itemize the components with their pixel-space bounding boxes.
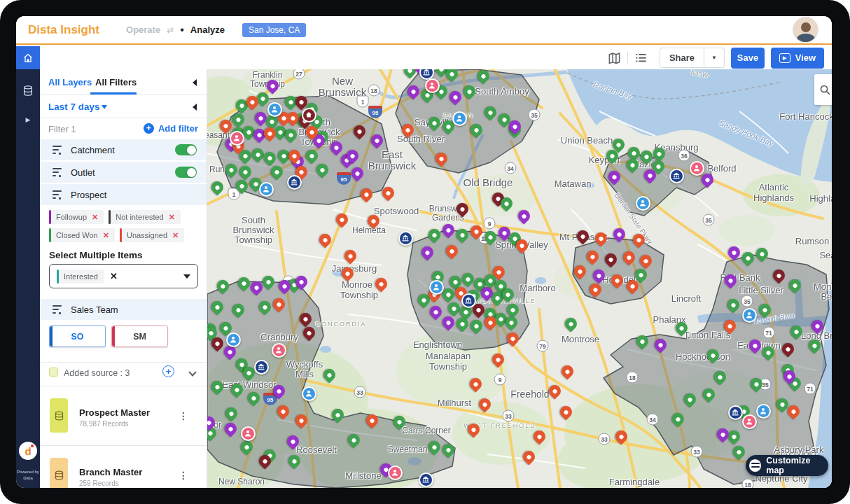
map-marker-pink[interactable] xyxy=(230,131,244,146)
left-rail: ▶ d Powered by Dista xyxy=(16,46,40,488)
map-marker-pink[interactable] xyxy=(742,414,757,429)
add-filter-button[interactable]: +Add filter xyxy=(144,123,198,134)
layer-label: Sales Team xyxy=(71,304,118,315)
select-caret-icon[interactable] xyxy=(183,274,190,279)
route-shield: 36 xyxy=(678,150,690,162)
chip-label: Unassigned xyxy=(127,231,167,239)
source-menu-icon[interactable]: ⋮ xyxy=(179,470,188,481)
route-shield: 33 xyxy=(599,433,611,445)
view-button[interactable]: ▶ View xyxy=(771,48,824,69)
map-label: Carrs Corner xyxy=(402,426,450,435)
selected-chip-label: Interested xyxy=(64,272,98,281)
map-marker-pink[interactable] xyxy=(425,78,440,93)
collapse-icon-2[interactable] xyxy=(193,104,197,111)
date-caret-icon[interactable] xyxy=(102,105,107,109)
route-shield: 33 xyxy=(354,386,366,398)
source-item[interactable]: Prospect Master78,987 Records⋮ xyxy=(40,392,207,446)
divider xyxy=(40,362,207,363)
map-marker-person[interactable] xyxy=(429,280,444,295)
filter-list-icon xyxy=(53,305,63,314)
nav-operate[interactable]: Operate xyxy=(126,24,160,35)
rail-database-icon[interactable] xyxy=(16,85,40,97)
map-marker-pink[interactable] xyxy=(241,426,256,441)
map-label: Montrose xyxy=(562,334,599,344)
route-shield: 1 xyxy=(357,96,369,108)
location-badge[interactable]: San Jose, CA xyxy=(242,23,306,37)
map-marker-bank[interactable] xyxy=(461,293,476,308)
list-view-icon[interactable] xyxy=(634,51,648,64)
map-marker-bank[interactable] xyxy=(728,405,743,420)
map-label: Atlantic xyxy=(759,182,789,192)
map-label: Millhurst xyxy=(438,398,471,408)
map-marker-bank[interactable] xyxy=(287,175,302,190)
source-item[interactable]: Branch Master259 Records⋮ xyxy=(40,451,207,488)
team-button-so[interactable]: SO xyxy=(49,326,106,347)
route-shield: 35 xyxy=(741,295,753,307)
save-button[interactable]: Save xyxy=(731,48,765,69)
divider xyxy=(40,386,207,386)
map-marker-house[interactable] xyxy=(302,108,316,122)
source-menu-icon[interactable]: ⋮ xyxy=(179,410,188,421)
map-marker-person[interactable] xyxy=(226,332,241,347)
map-marker-person[interactable] xyxy=(756,404,771,419)
map-canvas[interactable]: Customize map FranklinTownshipNewBrunswi… xyxy=(207,69,832,488)
avatar[interactable] xyxy=(793,17,818,43)
map-marker-person[interactable] xyxy=(267,102,282,117)
map-label: Monm xyxy=(814,281,832,292)
tab-all-layers[interactable]: All Layers xyxy=(48,77,92,88)
multi-select-input[interactable]: Interested ✕ xyxy=(49,264,198,288)
layer-toggle[interactable] xyxy=(175,167,197,178)
map-marker-pink[interactable] xyxy=(690,161,704,176)
chip-remove-icon[interactable]: ✕ xyxy=(92,213,98,222)
chip-remove-icon[interactable]: ✕ xyxy=(103,231,109,240)
map-label: Brunswick xyxy=(368,160,416,172)
button-color-bar xyxy=(112,326,115,346)
route-shield: 35 xyxy=(529,109,541,121)
customize-map-button[interactable]: Customize map xyxy=(746,455,828,476)
remove-selected-icon[interactable]: ✕ xyxy=(110,271,118,281)
filter-row: Filter 1 +Add filter xyxy=(40,118,207,139)
add-source-button[interactable]: + xyxy=(162,365,174,377)
share-caret-icon[interactable]: ▼ xyxy=(704,55,724,61)
tab-all-filters[interactable]: All Filters xyxy=(95,77,137,88)
collapse-icon[interactable] xyxy=(193,79,197,86)
route-shield: 18 xyxy=(368,85,380,97)
source-name: Branch Master xyxy=(79,467,142,477)
map-marker-pink[interactable] xyxy=(272,343,286,358)
map-marker-person[interactable] xyxy=(452,111,467,126)
home-button[interactable] xyxy=(16,46,40,69)
chip-label: Followup xyxy=(56,213,87,221)
chip-label: Not interested xyxy=(116,213,163,221)
filter-chip: Closed Won✕ xyxy=(49,228,115,242)
map-label: Township xyxy=(429,361,467,372)
share-label: Share xyxy=(660,52,704,63)
nav-analyze[interactable]: Analyze xyxy=(190,24,225,35)
map-label: Spotswood xyxy=(374,206,419,216)
share-button[interactable]: Share ▼ xyxy=(660,48,725,68)
filter-chip: Unassigned✕ xyxy=(120,228,184,242)
map-marker-person[interactable] xyxy=(742,308,757,323)
filter-chip: Followup✕ xyxy=(49,210,104,224)
map-marker-bank[interactable] xyxy=(398,231,413,246)
map-marker-person[interactable] xyxy=(636,196,650,211)
map-label: Township xyxy=(340,290,378,300)
map-marker-bank[interactable] xyxy=(669,169,684,183)
map-marker-person[interactable] xyxy=(259,182,274,197)
tab-underline xyxy=(90,92,137,94)
map-marker-person[interactable] xyxy=(302,386,316,401)
sources-expand-icon[interactable] xyxy=(188,368,196,376)
map-marker-bank[interactable] xyxy=(254,360,269,374)
team-button-sm[interactable]: SM xyxy=(111,326,168,347)
filter-list-icon xyxy=(53,190,63,200)
map-marker-pink[interactable] xyxy=(388,465,403,480)
chip-remove-icon[interactable]: ✕ xyxy=(172,231,179,240)
dista-logo: d xyxy=(19,442,37,460)
date-filter[interactable]: Last 7 days xyxy=(48,102,100,112)
chip-remove-icon[interactable]: ✕ xyxy=(169,213,175,222)
map-label: Township xyxy=(235,234,272,245)
layer-toggle[interactable] xyxy=(175,144,197,155)
map-marker-bank[interactable] xyxy=(419,472,433,487)
map-search-button[interactable] xyxy=(814,74,832,105)
map-view-icon[interactable] xyxy=(608,51,621,64)
rail-expand-icon[interactable]: ▶ xyxy=(16,116,40,123)
